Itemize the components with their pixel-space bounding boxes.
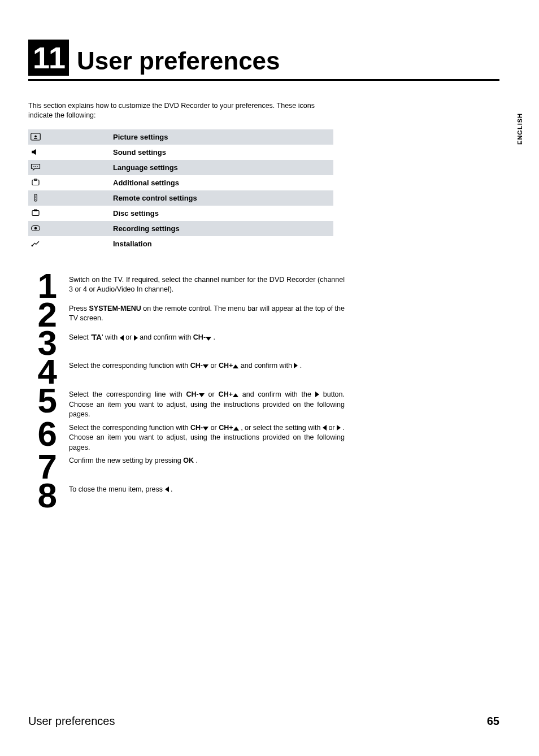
settings-row: Sound settings <box>28 145 333 160</box>
up-arrow-icon <box>233 427 239 431</box>
right-arrow-icon <box>134 335 138 341</box>
svg-point-4 <box>37 166 38 167</box>
up-arrow-icon <box>233 393 238 397</box>
chapter-title: User preferences <box>77 49 280 73</box>
step: 4Select the corresponding function with … <box>28 358 345 386</box>
wrench-icon: TA <box>92 332 102 344</box>
installation-icon <box>28 240 113 247</box>
button-label: OK <box>183 457 194 464</box>
settings-table: Picture settingsSound settingsLanguage s… <box>28 129 333 251</box>
up-arrow-icon <box>233 364 238 368</box>
picture-icon <box>28 133 113 141</box>
step-body: Switch on the TV. If required, select th… <box>69 272 345 295</box>
svg-rect-5 <box>32 180 39 185</box>
chapter-header: 11 User preferences <box>28 40 499 81</box>
settings-label: Additional settings <box>113 179 179 187</box>
step-body: Select the corresponding line with CH- o… <box>69 386 345 420</box>
down-arrow-icon <box>206 337 211 341</box>
step-body: Select the corresponding function with C… <box>69 358 345 371</box>
settings-label: Recording settings <box>113 224 180 233</box>
step: 5Select the corresponding line with CH- … <box>28 386 345 420</box>
down-arrow-icon <box>203 427 208 431</box>
intro-text: This section explains how to customize t… <box>28 101 333 120</box>
left-arrow-icon <box>120 335 124 341</box>
svg-point-2 <box>33 166 34 167</box>
step: 7Confirm the new setting by pressing OK … <box>28 453 345 481</box>
disc-icon <box>28 209 113 217</box>
step: 3Select 'TA' with or and confirm with CH… <box>28 329 345 358</box>
button-label: SYSTEM-MENU <box>89 305 141 312</box>
button-label: CH- <box>190 362 203 370</box>
svg-point-14 <box>34 227 37 230</box>
right-arrow-icon <box>337 425 341 431</box>
language-icon <box>28 163 113 171</box>
right-arrow-icon <box>294 363 298 368</box>
step-body: Confirm the new setting by pressing OK . <box>69 453 345 466</box>
settings-label: Picture settings <box>113 133 168 141</box>
settings-label: Sound settings <box>113 148 166 157</box>
svg-point-15 <box>32 245 33 247</box>
settings-row: Additional settings <box>28 175 333 190</box>
page-footer: User preferences 65 <box>28 715 499 728</box>
settings-label: Installation <box>113 240 152 248</box>
button-label: CH- <box>190 424 203 432</box>
right-arrow-icon <box>315 392 319 397</box>
step-body: Press SYSTEM-MENU on the remote control.… <box>69 301 345 324</box>
page: 11 User preferences This section explain… <box>0 0 539 756</box>
settings-label: Remote control settings <box>113 194 197 202</box>
step-body: Select 'TA' with or and confirm with CH-… <box>69 329 345 344</box>
settings-label: Disc settings <box>113 209 159 218</box>
settings-row: Installation <box>28 236 333 251</box>
svg-point-9 <box>35 198 36 199</box>
chapter-number-badge: 11 <box>28 40 69 76</box>
svg-point-10 <box>35 199 36 201</box>
left-arrow-icon <box>165 486 169 492</box>
svg-point-1 <box>34 136 37 138</box>
chapter-number: 11 <box>33 42 64 73</box>
footer-page-number: 65 <box>487 715 499 728</box>
svg-point-8 <box>35 196 36 197</box>
step-body: To close the menu item, press . <box>69 481 345 495</box>
down-arrow-icon <box>199 393 205 397</box>
left-arrow-icon <box>323 425 327 431</box>
additional-icon <box>28 179 113 186</box>
step-body: Select the corresponding function with C… <box>69 420 345 453</box>
remote-icon <box>28 194 113 202</box>
svg-rect-11 <box>32 211 39 216</box>
settings-row: Remote control settings <box>28 190 333 206</box>
step: 1Switch on the TV. If required, select t… <box>28 272 345 301</box>
step-number: 8 <box>28 481 55 510</box>
step: 8To close the menu item, press . <box>28 481 345 510</box>
step-number: 5 <box>28 386 55 415</box>
button-label: CH- <box>186 390 198 398</box>
down-arrow-icon <box>203 364 208 368</box>
recording-icon <box>28 224 113 232</box>
settings-row: Disc settings <box>28 206 333 221</box>
footer-title: User preferences <box>28 715 115 728</box>
button-label: CH- <box>193 334 206 342</box>
settings-row: Picture settings <box>28 129 333 145</box>
button-label: CH+ <box>219 424 233 432</box>
steps-list: 1Switch on the TV. If required, select t… <box>28 272 345 510</box>
button-label: CH+ <box>219 390 233 398</box>
sound-icon <box>28 148 113 156</box>
button-label: CH+ <box>219 362 233 370</box>
step: 6Select the corresponding function with … <box>28 420 345 453</box>
settings-row: Recording settings <box>28 221 333 236</box>
settings-row: Language settings <box>28 160 333 175</box>
step: 2Press SYSTEM-MENU on the remote control… <box>28 301 345 329</box>
step-number: 6 <box>28 420 55 449</box>
settings-label: Language settings <box>113 163 178 172</box>
svg-point-3 <box>35 166 36 167</box>
language-tab: ENGLISH <box>516 113 523 145</box>
